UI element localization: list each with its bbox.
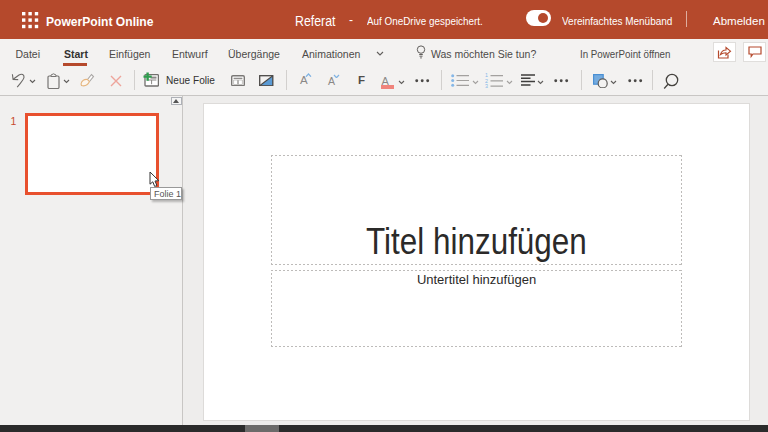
svg-text:3: 3	[485, 83, 488, 88]
